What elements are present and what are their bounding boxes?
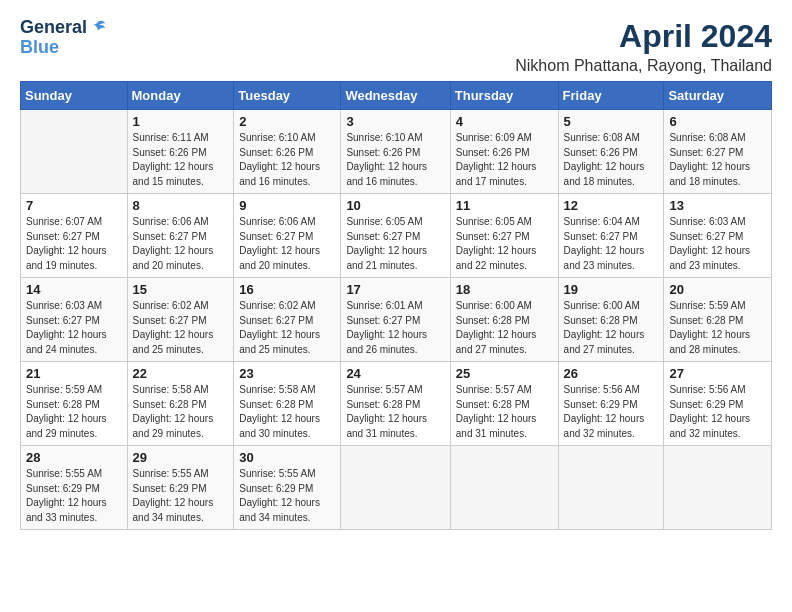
calendar-cell: 10Sunrise: 6:05 AM Sunset: 6:27 PM Dayli… (341, 194, 450, 278)
day-number: 11 (456, 198, 553, 213)
weekday-header-sunday: Sunday (21, 82, 128, 110)
day-info: Sunrise: 6:06 AM Sunset: 6:27 PM Dayligh… (133, 215, 229, 273)
weekday-header-thursday: Thursday (450, 82, 558, 110)
calendar-cell: 22Sunrise: 5:58 AM Sunset: 6:28 PM Dayli… (127, 362, 234, 446)
day-number: 17 (346, 282, 444, 297)
calendar-cell: 21Sunrise: 5:59 AM Sunset: 6:28 PM Dayli… (21, 362, 128, 446)
calendar-cell: 4Sunrise: 6:09 AM Sunset: 6:26 PM Daylig… (450, 110, 558, 194)
day-number: 19 (564, 282, 659, 297)
calendar-cell: 19Sunrise: 6:00 AM Sunset: 6:28 PM Dayli… (558, 278, 664, 362)
calendar-table: SundayMondayTuesdayWednesdayThursdayFrid… (20, 81, 772, 530)
calendar-cell: 24Sunrise: 5:57 AM Sunset: 6:28 PM Dayli… (341, 362, 450, 446)
weekday-header-friday: Friday (558, 82, 664, 110)
calendar-cell: 12Sunrise: 6:04 AM Sunset: 6:27 PM Dayli… (558, 194, 664, 278)
day-number: 21 (26, 366, 122, 381)
day-number: 8 (133, 198, 229, 213)
day-number: 27 (669, 366, 766, 381)
day-number: 2 (239, 114, 335, 129)
calendar-week-5: 28Sunrise: 5:55 AM Sunset: 6:29 PM Dayli… (21, 446, 772, 530)
calendar-cell: 20Sunrise: 5:59 AM Sunset: 6:28 PM Dayli… (664, 278, 772, 362)
day-info: Sunrise: 6:08 AM Sunset: 6:26 PM Dayligh… (564, 131, 659, 189)
day-number: 4 (456, 114, 553, 129)
day-number: 1 (133, 114, 229, 129)
calendar-cell (21, 110, 128, 194)
calendar-cell: 13Sunrise: 6:03 AM Sunset: 6:27 PM Dayli… (664, 194, 772, 278)
day-info: Sunrise: 6:05 AM Sunset: 6:27 PM Dayligh… (456, 215, 553, 273)
day-info: Sunrise: 6:10 AM Sunset: 6:26 PM Dayligh… (239, 131, 335, 189)
calendar-cell: 30Sunrise: 5:55 AM Sunset: 6:29 PM Dayli… (234, 446, 341, 530)
header: General Blue April 2024 Nikhom Phattana,… (20, 18, 772, 75)
logo: General Blue (20, 18, 107, 58)
page-container: General Blue April 2024 Nikhom Phattana,… (0, 0, 792, 540)
day-info: Sunrise: 5:59 AM Sunset: 6:28 PM Dayligh… (669, 299, 766, 357)
calendar-cell: 1Sunrise: 6:11 AM Sunset: 6:26 PM Daylig… (127, 110, 234, 194)
day-number: 22 (133, 366, 229, 381)
day-number: 5 (564, 114, 659, 129)
calendar-cell: 7Sunrise: 6:07 AM Sunset: 6:27 PM Daylig… (21, 194, 128, 278)
calendar-cell: 26Sunrise: 5:56 AM Sunset: 6:29 PM Dayli… (558, 362, 664, 446)
calendar-cell (558, 446, 664, 530)
logo-bird-icon (89, 19, 107, 37)
calendar-cell: 29Sunrise: 5:55 AM Sunset: 6:29 PM Dayli… (127, 446, 234, 530)
day-info: Sunrise: 6:02 AM Sunset: 6:27 PM Dayligh… (239, 299, 335, 357)
calendar-cell: 11Sunrise: 6:05 AM Sunset: 6:27 PM Dayli… (450, 194, 558, 278)
calendar-cell: 2Sunrise: 6:10 AM Sunset: 6:26 PM Daylig… (234, 110, 341, 194)
calendar-cell: 18Sunrise: 6:00 AM Sunset: 6:28 PM Dayli… (450, 278, 558, 362)
day-info: Sunrise: 5:57 AM Sunset: 6:28 PM Dayligh… (456, 383, 553, 441)
day-number: 9 (239, 198, 335, 213)
subtitle: Nikhom Phattana, Rayong, Thailand (515, 57, 772, 75)
day-info: Sunrise: 6:00 AM Sunset: 6:28 PM Dayligh… (564, 299, 659, 357)
day-number: 16 (239, 282, 335, 297)
calendar-cell: 5Sunrise: 6:08 AM Sunset: 6:26 PM Daylig… (558, 110, 664, 194)
calendar-cell: 9Sunrise: 6:06 AM Sunset: 6:27 PM Daylig… (234, 194, 341, 278)
calendar-cell: 27Sunrise: 5:56 AM Sunset: 6:29 PM Dayli… (664, 362, 772, 446)
day-info: Sunrise: 5:59 AM Sunset: 6:28 PM Dayligh… (26, 383, 122, 441)
day-info: Sunrise: 6:08 AM Sunset: 6:27 PM Dayligh… (669, 131, 766, 189)
day-number: 28 (26, 450, 122, 465)
day-number: 13 (669, 198, 766, 213)
calendar-week-1: 1Sunrise: 6:11 AM Sunset: 6:26 PM Daylig… (21, 110, 772, 194)
day-number: 3 (346, 114, 444, 129)
day-info: Sunrise: 5:56 AM Sunset: 6:29 PM Dayligh… (564, 383, 659, 441)
calendar-cell: 17Sunrise: 6:01 AM Sunset: 6:27 PM Dayli… (341, 278, 450, 362)
day-info: Sunrise: 6:09 AM Sunset: 6:26 PM Dayligh… (456, 131, 553, 189)
day-number: 23 (239, 366, 335, 381)
day-info: Sunrise: 6:10 AM Sunset: 6:26 PM Dayligh… (346, 131, 444, 189)
day-info: Sunrise: 5:55 AM Sunset: 6:29 PM Dayligh… (239, 467, 335, 525)
calendar-cell: 14Sunrise: 6:03 AM Sunset: 6:27 PM Dayli… (21, 278, 128, 362)
calendar-cell: 23Sunrise: 5:58 AM Sunset: 6:28 PM Dayli… (234, 362, 341, 446)
calendar-week-4: 21Sunrise: 5:59 AM Sunset: 6:28 PM Dayli… (21, 362, 772, 446)
day-info: Sunrise: 5:55 AM Sunset: 6:29 PM Dayligh… (26, 467, 122, 525)
day-number: 10 (346, 198, 444, 213)
day-info: Sunrise: 5:55 AM Sunset: 6:29 PM Dayligh… (133, 467, 229, 525)
day-info: Sunrise: 6:05 AM Sunset: 6:27 PM Dayligh… (346, 215, 444, 273)
day-info: Sunrise: 5:58 AM Sunset: 6:28 PM Dayligh… (239, 383, 335, 441)
calendar-week-3: 14Sunrise: 6:03 AM Sunset: 6:27 PM Dayli… (21, 278, 772, 362)
calendar-cell: 25Sunrise: 5:57 AM Sunset: 6:28 PM Dayli… (450, 362, 558, 446)
calendar-cell: 15Sunrise: 6:02 AM Sunset: 6:27 PM Dayli… (127, 278, 234, 362)
calendar-week-2: 7Sunrise: 6:07 AM Sunset: 6:27 PM Daylig… (21, 194, 772, 278)
logo-text-general: General (20, 18, 87, 38)
weekday-header-tuesday: Tuesday (234, 82, 341, 110)
day-info: Sunrise: 6:03 AM Sunset: 6:27 PM Dayligh… (669, 215, 766, 273)
title-block: April 2024 Nikhom Phattana, Rayong, Thai… (515, 18, 772, 75)
day-number: 15 (133, 282, 229, 297)
calendar-cell (664, 446, 772, 530)
day-number: 6 (669, 114, 766, 129)
day-info: Sunrise: 5:57 AM Sunset: 6:28 PM Dayligh… (346, 383, 444, 441)
calendar-cell (341, 446, 450, 530)
day-info: Sunrise: 5:56 AM Sunset: 6:29 PM Dayligh… (669, 383, 766, 441)
day-number: 20 (669, 282, 766, 297)
calendar-cell: 3Sunrise: 6:10 AM Sunset: 6:26 PM Daylig… (341, 110, 450, 194)
day-info: Sunrise: 6:11 AM Sunset: 6:26 PM Dayligh… (133, 131, 229, 189)
day-number: 30 (239, 450, 335, 465)
day-number: 24 (346, 366, 444, 381)
weekday-header-saturday: Saturday (664, 82, 772, 110)
day-info: Sunrise: 6:00 AM Sunset: 6:28 PM Dayligh… (456, 299, 553, 357)
day-number: 7 (26, 198, 122, 213)
day-info: Sunrise: 6:04 AM Sunset: 6:27 PM Dayligh… (564, 215, 659, 273)
weekday-header-row: SundayMondayTuesdayWednesdayThursdayFrid… (21, 82, 772, 110)
calendar-cell: 16Sunrise: 6:02 AM Sunset: 6:27 PM Dayli… (234, 278, 341, 362)
day-number: 29 (133, 450, 229, 465)
day-info: Sunrise: 6:02 AM Sunset: 6:27 PM Dayligh… (133, 299, 229, 357)
